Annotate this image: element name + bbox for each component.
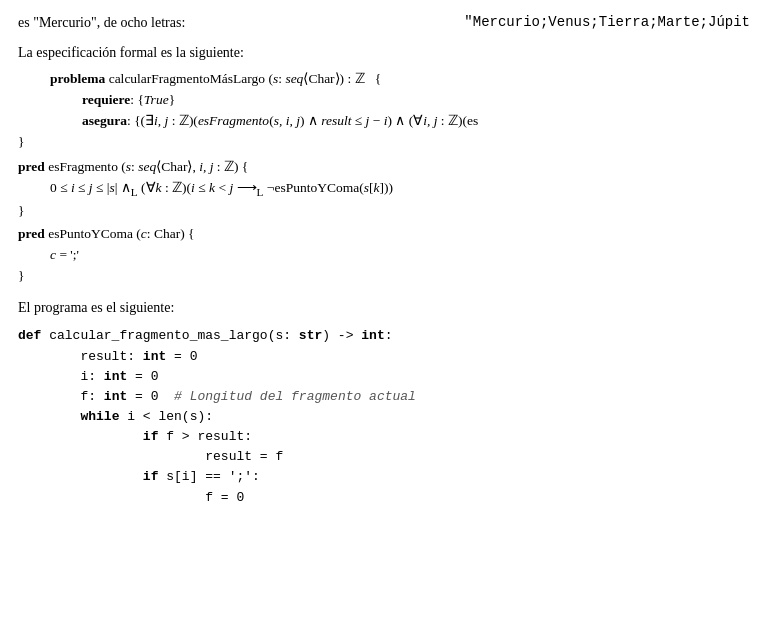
problem-signature: problema calcularFragmentoMásLargo (s: s…	[18, 69, 750, 90]
pred-frag-close: }	[18, 201, 750, 222]
def-block: def calcular_fragmento_mas_largo(s: str)…	[18, 326, 750, 507]
problem-requiere: requiere: {True}	[18, 90, 750, 111]
def-signature: def calcular_fragmento_mas_largo(s: str)…	[18, 326, 750, 346]
problem-close: }	[18, 132, 750, 153]
intro-code: "Mercurio;Venus;Tierra;Marte;Júpit	[464, 12, 750, 34]
def-line-f: f: int = 0 # Longitud del fragmento actu…	[18, 387, 750, 407]
problem-block: problema calcularFragmentoMásLargo (s: s…	[18, 69, 750, 153]
problem-asegura: asegura: {(∃i, j : ℤ)(esFragmento(s, i, …	[18, 111, 750, 132]
intro-line1: es "Mercurio", de ocho letras: "Mercurio…	[18, 12, 750, 34]
def-line-result: result: int = 0	[18, 347, 750, 367]
def-line-while: while i < len(s):	[18, 407, 750, 427]
program-intro: El programa es el siguiente:	[18, 297, 750, 319]
def-line-f-assign: f = 0	[18, 488, 750, 508]
pred-fragmento-block: pred esFragmento (s: seq⟨Char⟩, i, j : ℤ…	[18, 157, 750, 222]
def-line-if2: if s[i] == ';':	[18, 467, 750, 487]
pred-punto-block: pred esPuntoYComa (c: Char) { c = ';' }	[18, 224, 750, 287]
def-line-i: i: int = 0	[18, 367, 750, 387]
main-content: es "Mercurio", de ocho letras: "Mercurio…	[0, 0, 768, 520]
pred-punto-body: c = ';'	[18, 245, 750, 266]
def-line-result-assign: result = f	[18, 447, 750, 467]
def-line-if1: if f > result:	[18, 427, 750, 447]
pred-punto-close: }	[18, 266, 750, 287]
intro-line2: La especificación formal es la siguiente…	[18, 42, 750, 64]
pred-punto-sig: pred esPuntoYComa (c: Char) {	[18, 224, 750, 245]
pred-frag-body: 0 ≤ i ≤ j ≤ |s| ∧L (∀k : ℤ)(i ≤ k < j ⟶L…	[18, 178, 750, 201]
pred-frag-sig: pred esFragmento (s: seq⟨Char⟩, i, j : ℤ…	[18, 157, 750, 178]
